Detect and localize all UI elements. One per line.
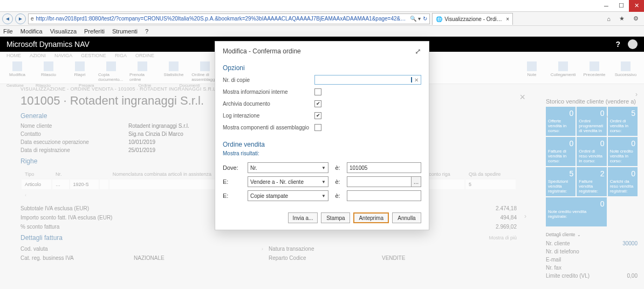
button-anteprima[interactable]: Anteprima [353,212,389,223]
dettagli-cliente-header[interactable]: Dettagli cliente⌄ [546,232,638,237]
cue-tile[interactable]: 5Ordini di vendita in corso: [608,107,638,136]
label-nome-cliente: Nome cliente [20,123,128,129]
url-box[interactable]: e http://br-nav2018prd1:8080/test2/?comp… [28,13,430,24]
label-cod-valuta: Cod. valuta [20,246,128,252]
window-minimize[interactable]: ─ [599,0,614,12]
app-title: Microsoft Dynamics NAV [6,40,90,49]
menu-help[interactable]: ? [145,28,148,35]
page-close-icon[interactable]: × [519,92,525,103]
tab-favicon: 🌐 [436,16,442,22]
url-text: http://br-nav2018prd1:8080/test2/?compan… [36,16,408,22]
ribbon-button[interactable]: Statistiche [161,61,187,82]
checkbox-log-int[interactable]: ✔ [314,112,321,119]
label-mostra-comp: Mostra componenti di assemblaggio [223,125,314,130]
scroll-right-icon[interactable]: › [524,212,526,220]
ribbon-button[interactable]: Modifica [4,61,30,82]
label-data-reg: Data di registrazione [20,147,128,153]
nav-back-icon[interactable]: ◄ [2,13,13,24]
ribbon-button[interactable]: Collegamenti [550,61,576,77]
browser-tab[interactable]: 🌐 Visualizzazione - Ordine ve... × [432,13,513,25]
expand-icon[interactable]: ⤢ [415,47,421,56]
lookup-button[interactable]: … [412,176,421,187]
ribbon-button[interactable]: Successivo [613,61,639,77]
label-cat-iva: Cat. reg. business IVA [20,255,128,261]
ribbon-button[interactable]: Riapri [67,61,93,82]
label-is: è: [332,178,344,185]
cue-tile[interactable]: 5Spedizioni vendita registrate: [546,167,576,196]
menu-file[interactable]: File [3,28,13,35]
modal-conferma-ordine: Modifica - Conferma ordine ⤢ Opzioni Nr.… [215,41,429,230]
cue-tile[interactable]: 2Fatture vendita registrate: [577,167,606,196]
select-filter-field-1[interactable]: Nr.▼ [248,162,328,173]
ribbon-button[interactable]: Precedente [581,61,607,77]
section-dettagli-fattura[interactable]: Dettagli fattura Mostra di più [20,234,517,242]
ribbon-button[interactable]: Rilascio [36,61,61,82]
menu-favorites[interactable]: Preferiti [84,28,105,35]
value-reparto: VENDITE [382,255,490,261]
button-annulla[interactable]: Annulla [392,212,421,223]
input-filter-value-2[interactable] [347,176,412,187]
ie-e-icon: e [31,16,34,22]
ribbon-tab-riga[interactable]: RIGA [113,53,129,60]
ribbon-tab-gestione[interactable]: GESTIONE [79,53,108,60]
help-icon[interactable]: ? [615,40,620,49]
label-is: è: [332,164,344,171]
menu-tools[interactable]: Strumenti [112,28,138,35]
cue-tile[interactable]: 0Ordini programmati di vendita in [577,107,606,136]
value-tot-escl: 2.474,18 [468,205,517,211]
label-perc-sconto: % sconto fattura [20,224,212,230]
favorites-icon[interactable]: ★ [619,15,625,22]
tools-icon[interactable]: ⚙ [633,15,639,22]
cue-tile[interactable]: 0Ordini di reso vendita in corso: [577,137,606,166]
button-invia-a[interactable]: Invia a... [288,212,318,223]
tab-close-icon[interactable]: × [506,16,509,22]
link-nr-cliente[interactable]: 30000 [622,240,638,246]
refresh-icon[interactable]: ↻ [423,16,427,22]
window-maximize[interactable]: ☐ [614,0,629,12]
select-filter-field-3[interactable]: Copie stampate▼ [248,190,328,201]
modal-section-ordine-vendita: Ordine vendita [223,141,421,148]
cue-tile[interactable]: 0Fatture di vendita in corso: [546,137,576,166]
checkbox-mostra-comp[interactable] [314,124,321,131]
label-log-int: Log interazione [223,113,314,119]
label-subtotale: Subtotale IVA esclusa (EUR) [20,205,212,211]
input-nr-copie[interactable]: ✕ [314,75,421,85]
modal-title: Modifica - Conferma ordine [223,47,301,55]
ribbon-tab-ordine[interactable]: ORDINE [133,53,156,60]
label-contatto: Contatto [20,131,128,137]
ribbon-tab-azioni[interactable]: AZIONI [28,53,48,60]
checkbox-mostra-info[interactable] [314,88,321,95]
ribbon-button[interactable]: Ordine di assemblaggio [192,61,218,82]
factbox-history-title: Storico vendite cliente (vendere a) [546,98,638,105]
ribbon-button[interactable]: Note [519,61,545,77]
chevron-down-icon: ⌄ [577,232,581,237]
modal-section-opzioni: Opzioni [223,64,421,72]
cue-tile[interactable]: 0Carichi da reso vendita registrati: [608,167,638,196]
clear-icon[interactable]: ✕ [414,77,419,83]
value-tot-iva: 494,84 [468,215,517,221]
user-avatar[interactable] [628,39,638,49]
home-icon[interactable]: ⌂ [607,16,611,22]
value-tot-incl: 2.969,02 [468,224,517,230]
select-filter-field-2[interactable]: Vendere a - Nr. cliente▼ [248,176,328,187]
value-cat-iva: NAZIONALE [134,255,263,261]
show-more-link[interactable]: Mostra di più [489,235,517,240]
cue-tile[interactable]: 0Note credito vendita registrate: [546,197,607,226]
ribbon-button[interactable]: Prenota online [129,61,155,82]
input-filter-value-1[interactable]: 101005 [347,162,421,173]
ribbon-tab-naviga[interactable]: NAVIGA [52,53,74,60]
nav-forward-icon[interactable]: ► [15,13,26,24]
factbox-collapse-icon[interactable]: › [635,91,638,98]
cue-tile[interactable]: 0Note credito vendita in corso: [608,137,638,166]
ribbon-tab-home[interactable]: HOME [4,53,23,60]
menu-edit[interactable]: Modifica [20,28,43,35]
search-glyph: 🔍 ▾ [410,16,421,22]
button-stampa[interactable]: Stampa [321,212,350,223]
cue-tile[interactable]: 0Offerte vendita in corso: [546,107,576,136]
value-cod-valuta[interactable]: › [134,246,263,252]
menu-view[interactable]: Visualizza [50,28,77,35]
window-close[interactable]: ✕ [629,0,644,12]
checkbox-archivia[interactable]: ✔ [314,100,321,107]
input-filter-value-3[interactable] [347,190,421,201]
ribbon-button[interactable]: Copia documento... [98,61,124,82]
